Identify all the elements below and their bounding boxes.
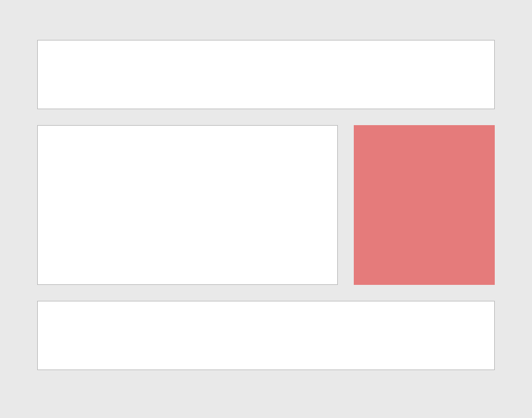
wireframe-layout bbox=[0, 0, 532, 410]
top-panel bbox=[37, 40, 495, 109]
bottom-panel bbox=[37, 301, 495, 370]
middle-row bbox=[37, 125, 495, 285]
right-panel bbox=[354, 125, 495, 285]
left-panel bbox=[37, 125, 338, 285]
